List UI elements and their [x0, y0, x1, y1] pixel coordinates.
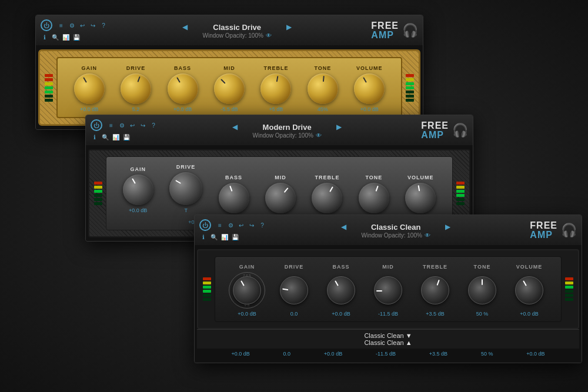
knob-drive-clean: DRIVE 0.0	[276, 264, 312, 317]
knob-gain-control[interactable]	[74, 73, 105, 104]
knob-indicator	[138, 76, 141, 82]
knob-drive-control-c[interactable]	[280, 276, 308, 304]
opacity-label-2: Window Opacity: 100%	[252, 132, 313, 139]
brand-free-text-2: FREE	[421, 121, 449, 130]
knob-drive-control-m[interactable]	[169, 172, 202, 205]
toolbar-bottom-row: ℹ 🔍 📊 💾	[41, 33, 108, 41]
knob-indicator-c	[282, 289, 288, 291]
undo-icon-3[interactable]: ↩	[237, 221, 245, 229]
brand-area: FREE AMP 🎧	[371, 21, 418, 40]
knob-bass-clean: BASS +0.0 dB	[323, 264, 359, 317]
save-icon-3[interactable]: 💾	[231, 233, 239, 241]
meter-seg	[406, 95, 414, 98]
knob-tone-value: 45%	[308, 106, 338, 112]
val-gain-b: +0.0 dB	[231, 351, 249, 357]
knob-tone-control-c[interactable]	[468, 276, 496, 304]
prev-preset-button[interactable]: ◀	[179, 22, 191, 32]
stats-icon-2[interactable]: 📊	[112, 133, 120, 141]
next-preset-button-2[interactable]: ▶	[333, 122, 345, 132]
undo-icon-2[interactable]: ↩	[128, 121, 136, 129]
knob-volume-control[interactable]	[354, 73, 385, 104]
knob-drive-control[interactable]	[121, 73, 151, 104]
info-icon[interactable]: ℹ	[41, 33, 49, 41]
menu-icon-2[interactable]: ≡	[107, 121, 115, 129]
preset-dropdown-up[interactable]: Classic Clean ▼	[364, 332, 412, 339]
knob-drive-label-c: DRIVE	[285, 264, 304, 270]
brand-cat-icon-3: 🎧	[561, 223, 577, 238]
knob-volume-control-m[interactable]	[405, 183, 436, 213]
knob-indicator-c	[376, 290, 382, 292]
knob-treble-control-c[interactable]	[421, 276, 449, 304]
knob-drive-label: DRIVE	[126, 65, 146, 71]
preset-dropdown-down[interactable]: Classic Clean ▲	[364, 339, 412, 346]
knob-mid-label-c: MID	[382, 264, 394, 270]
search-icon-2[interactable]: 🔍	[101, 133, 109, 141]
next-preset-button[interactable]: ▶	[283, 22, 295, 32]
knob-volume-label-c: VOLUME	[516, 264, 543, 270]
help-icon-2[interactable]: ?	[149, 121, 158, 129]
info-icon-2[interactable]: ℹ	[91, 133, 99, 141]
toolbar-top-row-3: ≡ ⚙ ↩ ↪ ?	[199, 219, 266, 231]
power-button-2[interactable]	[91, 119, 102, 131]
brand-free-text: FREE	[371, 21, 399, 31]
knob-mid-value-c: -11.5 dB	[373, 311, 403, 317]
knob-gain-control-m[interactable]	[123, 175, 153, 205]
menu-icon[interactable]: ≡	[57, 21, 65, 29]
toolbar-top-row-2: ≡ ⚙ ↩ ↪ ?	[91, 119, 158, 131]
knob-treble-control-m[interactable]	[312, 183, 342, 213]
save-icon[interactable]: 💾	[72, 33, 81, 41]
redo-icon-2[interactable]: ↪	[139, 121, 147, 129]
knob-treble-value: +5 dB	[260, 106, 291, 112]
knob-volume-control-c[interactable]	[515, 276, 543, 304]
knob-gain-control-c[interactable]	[233, 276, 261, 304]
knob-panel-win3: GAIN 7 6 5 9 8 +0.0 dB	[215, 256, 562, 322]
knob-mid-control[interactable]	[214, 73, 245, 104]
undo-icon[interactable]: ↩	[78, 21, 86, 29]
settings-icon[interactable]: ⚙	[68, 21, 76, 29]
meter-seg	[94, 198, 102, 201]
knob-tone-value-c: 50 %	[467, 311, 497, 317]
save-icon-2[interactable]: 💾	[122, 133, 131, 141]
knob-gain-label-m: GAIN	[130, 166, 146, 172]
knob-bass-control-c[interactable]	[327, 276, 355, 304]
prev-preset-button-2[interactable]: ◀	[229, 122, 241, 132]
knob-treble-control[interactable]	[260, 73, 291, 104]
knob-indicator-m	[375, 186, 378, 192]
knob-tone-control[interactable]	[308, 73, 338, 104]
settings-icon-3[interactable]: ⚙	[226, 221, 235, 229]
prev-preset-button-3[interactable]: ◀	[338, 222, 350, 232]
toolbar-win3: ≡ ⚙ ↩ ↪ ? ℹ 🔍 📊 💾 ◀ Classic Clean ▶ Wind…	[195, 215, 582, 246]
info-icon-3[interactable]: ℹ	[199, 233, 208, 241]
knob-indicator	[83, 77, 87, 83]
meter-seg	[456, 202, 465, 205]
knob-bass-wrapper	[323, 272, 359, 309]
search-icon[interactable]: 🔍	[51, 33, 59, 41]
knob-bass-control-m[interactable]	[219, 183, 249, 213]
stats-icon[interactable]: 📊	[62, 33, 70, 41]
stats-icon-3[interactable]: 📊	[220, 233, 229, 241]
redo-icon-3[interactable]: ↪	[248, 221, 256, 229]
knob-bass-control[interactable]	[168, 73, 198, 104]
knob-indicator-m	[132, 178, 136, 184]
knob-bass-value-c: +0.0 dB	[326, 311, 356, 317]
knob-mid-control-c[interactable]	[374, 276, 402, 304]
vu-meter-left-win2	[94, 156, 102, 230]
knob-treble-label-m: TREBLE	[315, 175, 339, 180]
knobs-row-win2: GAIN +0.0 dB DRIVE T BASS	[116, 164, 443, 213]
meter-seg	[456, 194, 465, 197]
search-icon-3[interactable]: 🔍	[210, 233, 218, 241]
preset-selector-2: ◀ Modern Drive ▶ Window Opacity: 100% 👁	[158, 122, 416, 139]
knob-bass-value: +0.0 dB	[168, 106, 198, 112]
knob-tone-control-m[interactable]	[359, 183, 389, 213]
knob-treble-wrapper	[417, 272, 453, 309]
settings-icon-2[interactable]: ⚙	[118, 121, 126, 129]
menu-icon-3[interactable]: ≡	[216, 221, 224, 229]
knob-mid-control-m[interactable]	[265, 183, 296, 213]
next-preset-button-3[interactable]: ▶	[442, 222, 454, 232]
meter-seg	[45, 78, 53, 81]
help-icon-3[interactable]: ?	[258, 221, 266, 229]
power-button[interactable]	[41, 19, 52, 31]
redo-icon[interactable]: ↪	[89, 21, 97, 29]
power-button-3[interactable]	[199, 219, 211, 231]
help-icon[interactable]: ?	[99, 21, 108, 29]
